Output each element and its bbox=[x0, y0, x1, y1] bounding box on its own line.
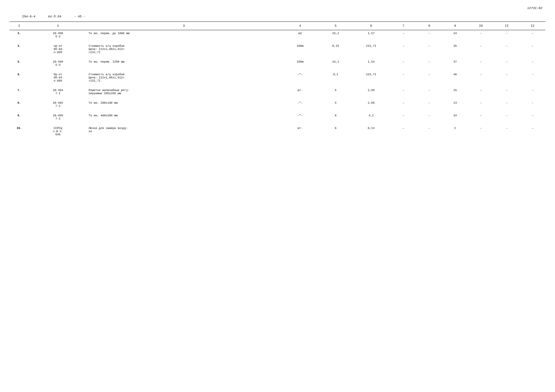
table-cell: – bbox=[390, 71, 416, 84]
table-row: 9.20-405 7-IТо же, 400x200 мм–"–84,2––34… bbox=[9, 112, 546, 122]
spacer-row bbox=[9, 97, 546, 100]
table-cell: – bbox=[468, 125, 494, 138]
table-cell: – bbox=[390, 125, 416, 138]
table-cell: – bbox=[416, 112, 442, 122]
table-cell: 2,99 bbox=[352, 87, 390, 97]
table-cell: пр-нт 0б-04 п.605 bbox=[29, 43, 87, 56]
table-cell: – bbox=[520, 125, 546, 138]
table-cell: – bbox=[416, 125, 442, 138]
spacer-row bbox=[9, 56, 546, 59]
table-cell: м2 bbox=[281, 30, 319, 40]
table-cell: –"– bbox=[281, 71, 319, 84]
table-cell: – bbox=[416, 71, 442, 84]
table-cell: шт. bbox=[281, 125, 319, 138]
table-cell: – bbox=[390, 30, 416, 40]
header-line: 294-6-4 Ал.П.84 - 45 - bbox=[9, 15, 546, 18]
table-cell: – bbox=[494, 71, 519, 84]
table-cell: 37 bbox=[442, 59, 468, 68]
table-cell: 24,2 bbox=[319, 59, 352, 68]
table-cell: Решетки жалюзийные регу- лируемые 200x20… bbox=[87, 87, 281, 97]
table-cell: –"– bbox=[281, 100, 319, 109]
table-cell: – bbox=[494, 112, 519, 122]
table-cell: 4. bbox=[9, 43, 29, 56]
table-cell: 24 bbox=[442, 30, 468, 40]
spacer-row bbox=[9, 138, 546, 141]
table-cell: 8. bbox=[9, 100, 29, 109]
table-cell: – bbox=[390, 112, 416, 122]
table-cell: I5 bbox=[442, 87, 468, 97]
table-cell: То же, 200x100 мм bbox=[87, 100, 281, 109]
table-cell: I,57 bbox=[352, 30, 390, 40]
main-table: I 2 3 4 5 6 7 8 9 IO II I2 3.20-308 5-2Т… bbox=[9, 21, 546, 141]
col-header-5: 5 bbox=[319, 22, 352, 30]
col-header-4: 4 bbox=[281, 22, 319, 30]
col-header-8: 8 bbox=[416, 22, 442, 30]
table-cell: I00м bbox=[281, 59, 319, 68]
table-cell: 34 bbox=[442, 112, 468, 122]
table-cell: – bbox=[416, 43, 442, 56]
table-cell: 2,66 bbox=[352, 100, 390, 109]
col-header-1: I bbox=[9, 22, 29, 30]
spacer-row bbox=[9, 84, 546, 87]
table-cell: – bbox=[520, 100, 546, 109]
table-cell: – bbox=[468, 112, 494, 122]
col-header-3: 3 bbox=[87, 22, 281, 30]
table-row: 8.20-402 7-1То же, 200x100 мм–"–52,66––I… bbox=[9, 100, 546, 109]
spacer-row bbox=[9, 122, 546, 125]
table-cell: 20-308 5-2 bbox=[29, 30, 87, 40]
table-cell: 0,I3 bbox=[352, 125, 390, 138]
col-header-7: 7 bbox=[390, 22, 416, 30]
table-cell: – bbox=[520, 112, 546, 122]
table-cell: I3 bbox=[442, 100, 468, 109]
table-cell: 7. bbox=[9, 87, 29, 97]
table-cell: – bbox=[520, 87, 546, 97]
table-cell: – bbox=[468, 30, 494, 40]
table-cell: 4,2 bbox=[352, 112, 390, 122]
table-cell: – bbox=[390, 43, 416, 56]
table-cell: 0,I5 bbox=[319, 43, 352, 56]
table-cell: 5 bbox=[319, 100, 352, 109]
table-cell: – bbox=[494, 100, 519, 109]
table-cell: Стоимость а/ц коробов Цена: 212x1,08x1,0… bbox=[87, 43, 281, 56]
table-cell: I,54 bbox=[352, 59, 390, 68]
table-cell: – bbox=[416, 59, 442, 68]
column-header-row: I 2 3 4 5 6 7 8 9 IO II I2 bbox=[9, 22, 546, 30]
table-cell: – bbox=[494, 87, 519, 97]
table-cell: 46 bbox=[442, 71, 468, 84]
table-row: 6.Пр-нт 0б-04 п.605Стоимость а/ц коробов… bbox=[9, 71, 546, 84]
table-cell: – bbox=[520, 30, 546, 40]
table-cell: То же, 400x200 мм bbox=[87, 112, 281, 122]
header-page: - 45 - bbox=[74, 15, 85, 18]
col-header-10: IO bbox=[468, 22, 494, 30]
table-cell: То же, перим. до 1000 мм bbox=[87, 30, 281, 40]
table-cell: I00м bbox=[281, 43, 319, 56]
col-header-2: 2 bbox=[29, 22, 87, 30]
table-cell: – bbox=[468, 100, 494, 109]
table-cell: – bbox=[494, 30, 519, 40]
table-cell: 23I,7I bbox=[352, 71, 390, 84]
spacer-row bbox=[9, 40, 546, 43]
table-cell: 9. bbox=[9, 112, 29, 122]
col-header-11: II bbox=[494, 22, 519, 30]
table-cell: – bbox=[468, 43, 494, 56]
table-cell: 23I,7I bbox=[352, 43, 390, 56]
spacer-row bbox=[9, 109, 546, 112]
table-cell: 20-402 7-1 bbox=[29, 100, 87, 109]
table-cell: – bbox=[468, 71, 494, 84]
table-cell: Стоимость а/ц коробов Цена: 212x1,06x1,0… bbox=[87, 71, 281, 84]
table-cell: Лючки для замера возду- ха bbox=[87, 125, 281, 138]
table-cell: – bbox=[390, 59, 416, 68]
table-cell: – bbox=[416, 87, 442, 97]
table-cell: 20-309 5-3 bbox=[29, 59, 87, 68]
table-cell: 0,2 bbox=[319, 71, 352, 84]
table-cell: То же, перим. I200 мм bbox=[87, 59, 281, 68]
table-cell: – bbox=[520, 71, 546, 84]
table-cell: – bbox=[494, 59, 519, 68]
table-cell: шт. bbox=[281, 87, 319, 97]
col-header-6: 6 bbox=[352, 22, 390, 30]
table-cell: – bbox=[416, 30, 442, 40]
table-row: 4.пр-нт 0б-04 п.605Стоимость а/ц коробов… bbox=[9, 43, 546, 56]
table-cell: 3. bbox=[9, 30, 29, 40]
table-cell: – bbox=[494, 43, 519, 56]
col-header-12: I2 bbox=[520, 22, 546, 30]
